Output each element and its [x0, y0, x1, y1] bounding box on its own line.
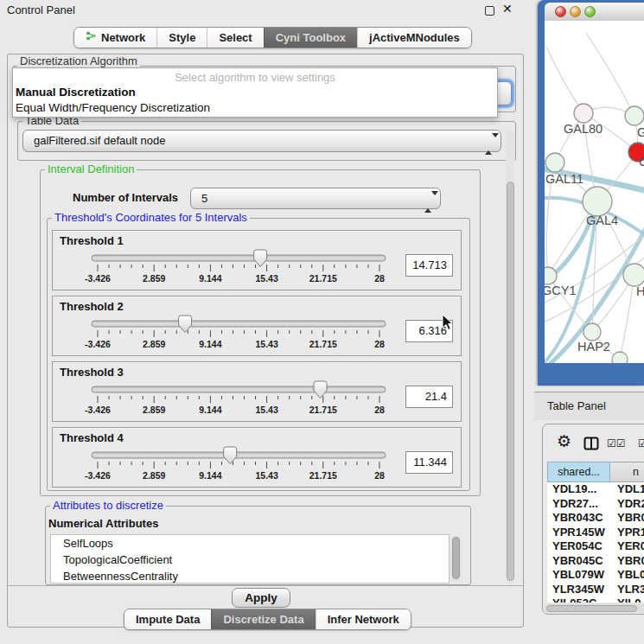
- clear-selection-icon[interactable]: ☑: [638, 437, 644, 450]
- dropdown-option-equal-width-frequency-discretization[interactable]: Equal Width/Frequency Discretization: [13, 100, 497, 116]
- attributes-list-scroll-thumb[interactable]: [452, 537, 460, 579]
- node-node-right[interactable]: [623, 264, 644, 286]
- node-GCY1[interactable]: [545, 267, 557, 284]
- table-row[interactable]: YBR043CYBR0: [547, 511, 644, 526]
- axis-tick-label: 9.144: [199, 405, 221, 415]
- tab-discretize-data[interactable]: Discretize Data: [211, 609, 315, 629]
- cell-shared-name[interactable]: YBR045C: [547, 554, 610, 569]
- threshold-label: Threshold 2: [60, 300, 124, 313]
- tab-select[interactable]: Select: [207, 28, 263, 48]
- column-header-shared[interactable]: shared...: [547, 462, 610, 482]
- minimize-traffic-light[interactable]: [570, 6, 581, 17]
- cell-shared-name[interactable]: YDR27...: [547, 497, 610, 512]
- node-GAL11[interactable]: [545, 153, 564, 172]
- axis-tick-label: -3.426: [85, 339, 111, 349]
- table-row[interactable]: YLR345WYLR3: [547, 583, 644, 597]
- cell-shared-name[interactable]: YIL052C: [547, 596, 610, 603]
- node-node-bottom[interactable]: [612, 352, 628, 363]
- number-of-intervals-value: 5: [201, 192, 207, 205]
- network-view[interactable]: GAL80GCGAL11GAL4GCY1HHAP2: [545, 21, 644, 363]
- combo-arrows-icon: [485, 134, 493, 155]
- tab-style[interactable]: Style: [156, 28, 207, 48]
- threshold-value-field[interactable]: 21.4: [405, 386, 453, 408]
- table-row[interactable]: YBR045CYBR0: [547, 554, 644, 569]
- attributes-list[interactable]: SelfLoopsTopologicalCoefficientBetweenne…: [50, 534, 450, 583]
- node-node-upper-right[interactable]: [625, 106, 644, 125]
- float-window-icon[interactable]: [485, 6, 494, 16]
- gear-icon[interactable]: ⚙: [557, 433, 571, 450]
- table-row[interactable]: YER054CYER0: [547, 539, 644, 554]
- cell-shared-name[interactable]: YER054C: [547, 539, 610, 554]
- table-data-combobox[interactable]: galFiltered.sif default node: [22, 130, 501, 152]
- mac-window-titlebar[interactable]: [545, 3, 644, 21]
- node-HAP2[interactable]: [583, 323, 601, 341]
- cell-name[interactable]: YBR0: [610, 511, 644, 526]
- table-data-value: galFiltered.sif default node: [34, 134, 165, 147]
- threshold-slider[interactable]: [87, 248, 390, 274]
- threshold-value-field[interactable]: 14.713: [405, 254, 453, 277]
- column-header-n[interactable]: n: [610, 462, 644, 482]
- cell-shared-name[interactable]: YBR043C: [547, 511, 610, 526]
- cell-shared-name[interactable]: YBL079W: [547, 568, 610, 583]
- threshold-slider[interactable]: [87, 445, 390, 471]
- select-all-icon[interactable]: ☑☑: [607, 437, 626, 450]
- threshold-value-field[interactable]: 11.344: [405, 451, 453, 474]
- node-label: GAL11: [545, 172, 583, 186]
- slider-handle[interactable]: [254, 250, 267, 267]
- threshold-slider[interactable]: [87, 314, 390, 340]
- table-row[interactable]: YBL079WYBL0: [547, 568, 644, 583]
- slider-handle[interactable]: [224, 447, 237, 464]
- node-label: H: [636, 284, 644, 298]
- columns-icon[interactable]: [583, 436, 599, 455]
- threshold-panel-4: Threshold 4-3.4262.8599.14415.4321.71528…: [52, 427, 462, 488]
- attribute-item-topologicalcoefficient[interactable]: TopologicalCoefficient: [51, 552, 449, 568]
- attribute-item-selfloops[interactable]: SelfLoops: [51, 535, 449, 552]
- apply-button[interactable]: Apply: [232, 588, 290, 608]
- axis-tick-label: 28: [374, 405, 385, 415]
- network-icon: [86, 28, 97, 48]
- panel-scroll-thumb[interactable]: [507, 182, 514, 581]
- cell-shared-name[interactable]: YPR145W: [547, 526, 610, 540]
- cell-name[interactable]: YER0: [610, 539, 644, 554]
- cell-name[interactable]: YDL1: [610, 482, 644, 497]
- slider-handle[interactable]: [179, 316, 192, 333]
- table-row[interactable]: YPR145WYPR1: [547, 526, 644, 540]
- axis-tick-label: 21.715: [309, 273, 337, 284]
- slider-handle[interactable]: [314, 381, 327, 399]
- tab-impute-data[interactable]: Impute Data: [124, 609, 211, 629]
- table-row[interactable]: YDR27...YDR2: [547, 497, 644, 512]
- cell-name[interactable]: YBL0: [610, 568, 644, 583]
- threshold-slider[interactable]: [87, 379, 390, 405]
- table-panel-window: ⚙☑☑☑ shared...n YDL19...YDL1YDR27...YDR2…: [542, 424, 644, 615]
- zoom-traffic-light[interactable]: [584, 6, 596, 17]
- cell-name[interactable]: YPR1: [610, 526, 644, 540]
- cell-shared-name[interactable]: YDL19...: [547, 482, 610, 497]
- control-panel-titlebar: Control Panel ✕: [0, 0, 534, 21]
- table-row[interactable]: YIL052CYIL0: [547, 596, 644, 603]
- attribute-item-betweennesscentrality[interactable]: BetweennessCentrality: [51, 568, 449, 583]
- close-icon[interactable]: ✕: [502, 2, 513, 16]
- tab-cyni-toolbox[interactable]: Cyni Toolbox: [264, 28, 357, 48]
- cell-name[interactable]: YLR3: [610, 583, 644, 597]
- tab-label: Infer Network: [328, 609, 399, 629]
- cell-name[interactable]: YBR0: [610, 554, 644, 569]
- table-row[interactable]: YDL19...YDL1: [547, 482, 644, 497]
- axis-tick-label: 21.715: [309, 405, 337, 415]
- dropdown-option-manual-discretization[interactable]: Manual Discretization: [13, 85, 497, 100]
- tab-jactivemnodules[interactable]: jActiveMNodules: [357, 28, 471, 48]
- threshold-label: Threshold 4: [60, 431, 124, 444]
- close-traffic-light[interactable]: [555, 6, 566, 17]
- cell-shared-name[interactable]: YLR345W: [547, 583, 610, 597]
- tab-infer-network[interactable]: Infer Network: [316, 609, 411, 629]
- table-rows: YDL19...YDL1YDR27...YDR2YBR043CYBR0YPR14…: [547, 482, 644, 603]
- control-panel-tabs: NetworkStyleSelectCyni ToolboxjActiveMNo…: [73, 27, 472, 48]
- node-label: GAL4: [586, 214, 618, 227]
- tab-network[interactable]: Network: [74, 28, 156, 48]
- node-GAL80[interactable]: [574, 104, 593, 123]
- cell-name[interactable]: YIL0: [610, 596, 644, 603]
- axis-tick-label: 15.43: [255, 339, 277, 349]
- table-h-scroll-thumb[interactable]: [546, 605, 637, 612]
- number-of-intervals-spinner[interactable]: 5: [190, 188, 441, 209]
- node-GAL4[interactable]: [583, 187, 612, 216]
- cell-name[interactable]: YDR2: [610, 497, 644, 512]
